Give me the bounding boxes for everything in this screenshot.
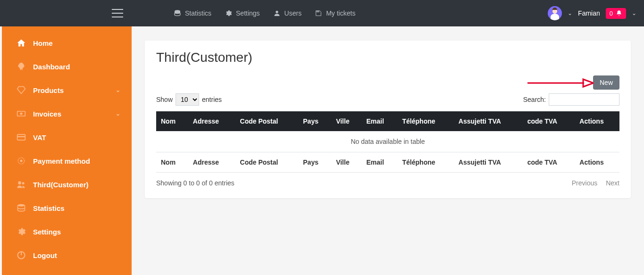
- info-text: Showing 0 to 0 of 0 entries: [156, 179, 234, 187]
- svg-rect-0: [112, 9, 123, 10]
- sidebar-label: Products: [33, 86, 64, 94]
- topbar: Statistics Settings Users My tickets ⌄ F…: [0, 0, 644, 26]
- ticket-icon: [315, 9, 322, 17]
- sidebar-label: Home: [33, 39, 53, 47]
- users-icon: [16, 179, 26, 190]
- svg-rect-1: [112, 13, 123, 14]
- database-icon: [174, 9, 181, 17]
- card-icon: [16, 132, 26, 142]
- sidebar-vat[interactable]: VAT: [2, 125, 132, 149]
- entries-label: entries: [202, 96, 222, 103]
- topbar-right: ⌄ Famian 0 ⌄: [548, 6, 636, 20]
- chevron-down-icon: ⌄: [116, 110, 120, 117]
- topbar-left: Statistics Settings Users My tickets: [0, 9, 355, 17]
- pagination: Previous Next: [572, 179, 619, 187]
- top-actions: New: [156, 75, 619, 90]
- sidebar-dashboard[interactable]: Dashboard: [2, 55, 132, 78]
- sidebar-label: Dashboard: [33, 63, 70, 71]
- svg-rect-2: [112, 17, 123, 17]
- arrow-annotation: [527, 77, 594, 91]
- search-label: Search:: [523, 96, 546, 103]
- col-header[interactable]: Pays: [298, 111, 331, 131]
- money-icon: [16, 108, 26, 119]
- new-button[interactable]: New: [593, 75, 619, 90]
- svg-point-14: [22, 182, 25, 184]
- table-footer-row: Nom Adresse Code Postal Pays Ville Email…: [156, 152, 619, 173]
- sidebar-home[interactable]: Home: [2, 31, 132, 55]
- svg-point-13: [18, 181, 21, 184]
- col-header[interactable]: Actions: [575, 111, 619, 131]
- notif-count: 0: [610, 10, 613, 17]
- page-title: Third(Customer): [156, 50, 619, 65]
- sidebar-invoices[interactable]: Invoices ⌄: [2, 102, 132, 125]
- col-footer: code TVA: [523, 152, 575, 173]
- main-content: Third(Customer) New Show 10 entries Sear…: [132, 26, 644, 275]
- table-footer: Showing 0 to 0 of 0 entries Previous Nex…: [156, 179, 619, 187]
- col-header[interactable]: Ville: [331, 111, 361, 131]
- col-header[interactable]: code TVA: [523, 111, 575, 131]
- topnav-label: Statistics: [185, 9, 211, 17]
- sidebar-label: VAT: [33, 133, 46, 142]
- col-header[interactable]: Code Postal: [235, 111, 299, 131]
- search-input[interactable]: [549, 93, 619, 106]
- user-menu-caret[interactable]: ⌄: [568, 10, 572, 17]
- notif-caret[interactable]: ⌄: [632, 10, 636, 17]
- topnav-settings[interactable]: Settings: [225, 9, 260, 17]
- col-header[interactable]: Assujetti TVA: [454, 111, 523, 131]
- next-button[interactable]: Next: [606, 179, 619, 187]
- col-footer: Ville: [331, 152, 361, 173]
- hamburger-menu[interactable]: [104, 9, 131, 17]
- sidebar-products[interactable]: Products ⌄: [2, 78, 132, 102]
- empty-row: No data available in table: [156, 131, 619, 152]
- topnav-tickets[interactable]: My tickets: [315, 9, 355, 17]
- col-header[interactable]: Téléphone: [398, 111, 454, 131]
- col-footer: Email: [361, 152, 397, 173]
- col-footer: Code Postal: [235, 152, 299, 173]
- topnav-label: Settings: [236, 9, 260, 17]
- avatar-icon: [548, 6, 562, 20]
- length-control: Show 10 entries: [156, 93, 222, 106]
- diamond-icon: [16, 85, 26, 95]
- topnav-statistics[interactable]: Statistics: [174, 9, 211, 17]
- chevron-down-icon: ⌄: [116, 87, 120, 93]
- length-select[interactable]: 10: [176, 93, 199, 106]
- bell-icon: [616, 10, 622, 17]
- col-footer: Pays: [298, 152, 331, 173]
- col-header[interactable]: Email: [361, 111, 397, 131]
- svg-marker-19: [583, 79, 594, 87]
- database-icon: [16, 203, 26, 213]
- sidebar-label: Payment method: [33, 157, 90, 165]
- col-footer: Adresse: [188, 152, 235, 173]
- sidebar-label: Logout: [33, 251, 57, 259]
- svg-rect-10: [17, 136, 25, 138]
- sidebar-label: Third(Customer): [33, 181, 89, 189]
- username: Famian: [578, 9, 600, 17]
- avatar[interactable]: [548, 6, 562, 20]
- sidebar-payment-method[interactable]: Payment method: [2, 149, 132, 173]
- col-footer: Téléphone: [398, 152, 454, 173]
- svg-point-12: [20, 160, 23, 162]
- sidebar-label: Statistics: [33, 204, 65, 212]
- svg-point-4: [276, 11, 278, 13]
- empty-text: No data available in table: [156, 131, 619, 152]
- svg-point-15: [18, 204, 25, 207]
- sidebar: Home Dashboard Products ⌄ Invoices ⌄ VAT…: [2, 26, 132, 275]
- col-header[interactable]: Nom: [156, 111, 188, 131]
- sidebar-logout[interactable]: Logout: [2, 243, 132, 267]
- table-controls: Show 10 entries Search:: [156, 93, 619, 106]
- col-header[interactable]: Adresse: [188, 111, 235, 131]
- topnav-users[interactable]: Users: [273, 9, 302, 17]
- sidebar-statistics[interactable]: Statistics: [2, 196, 132, 220]
- sidebar-settings[interactable]: Settings: [2, 220, 132, 243]
- table-header-row: Nom Adresse Code Postal Pays Ville Email…: [156, 111, 619, 131]
- sidebar-third-customer[interactable]: Third(Customer): [2, 173, 132, 196]
- col-footer: Actions: [575, 152, 619, 173]
- data-table: Nom Adresse Code Postal Pays Ville Email…: [156, 111, 619, 173]
- col-footer: Assujetti TVA: [454, 152, 523, 173]
- notification-badge[interactable]: 0: [606, 8, 626, 19]
- power-icon: [16, 250, 26, 260]
- search-control: Search:: [523, 93, 619, 106]
- sidebar-label: Settings: [33, 228, 61, 236]
- prev-button[interactable]: Previous: [572, 179, 597, 187]
- home-icon: [16, 38, 26, 48]
